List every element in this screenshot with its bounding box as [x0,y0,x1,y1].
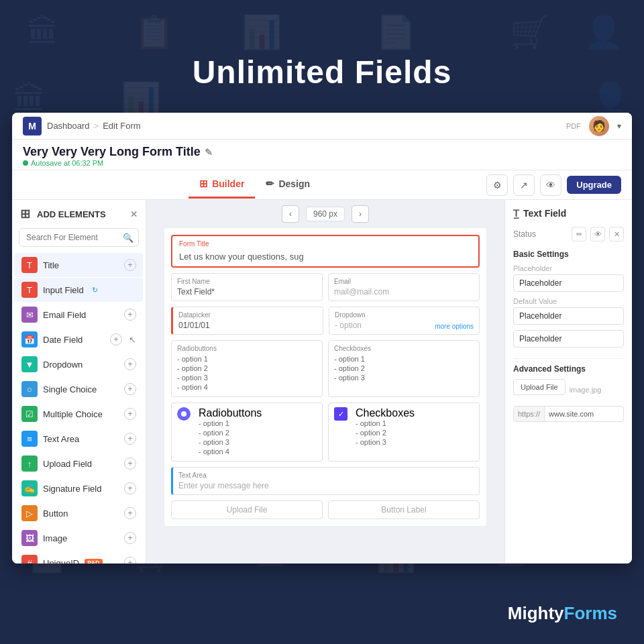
sidebar-item-title[interactable]: T Title + [15,253,143,277]
sidebar-item-date[interactable]: 📅 Date Field + ↖ [15,327,143,352]
x-status-btn[interactable]: ✕ [609,227,624,241]
canvas-button-field[interactable]: Button Label [328,500,480,519]
canvas-form-title-field[interactable]: Form Title [171,235,480,268]
upload-add-btn[interactable]: + [124,458,136,470]
radio1-opt2: - option 2 [177,364,317,372]
panel-upload-btn[interactable]: Upload File [513,379,566,395]
logo-m: M [508,603,523,624]
eye-status-btn[interactable]: 👁 [590,227,605,241]
canvas-first-name-field[interactable]: First Name Text Field* [171,273,323,301]
dropdown-icon: ▼ [21,356,38,372]
sidebar-item-email[interactable]: ✉ Email Field + [15,303,143,327]
textarea-value: Enter your message here [178,481,474,490]
bg-icon-2: 📋 [134,13,174,51]
breadcrumb-current[interactable]: Edit Form [103,121,140,131]
panel-title: T̲ Text Field [513,208,624,219]
logo-ighty: ighty [522,603,564,624]
search-icon: 🔍 [123,233,133,243]
radio2-label: Radiobuttons [199,407,317,419]
dropdown-more-options[interactable]: more options [435,323,474,330]
canvas-upload-field[interactable]: Upload File [171,500,323,519]
canvas-radio-field-2[interactable]: Radiobuttons - option 1 - option 2 - opt… [171,402,323,462]
date-add-btn[interactable]: + [110,333,122,345]
panel-status-row: Status ✏ 👁 ✕ [513,227,624,241]
panel-divider [513,358,624,359]
url-value: www.site.com [545,407,598,421]
tab-design[interactable]: ✏ Design [255,171,321,199]
nav-chevron-icon[interactable]: ▾ [617,121,621,131]
canvas-check-field-1[interactable]: Checkboxes - option 1 - option 2 - optio… [328,340,480,397]
uniqueid-add-btn[interactable]: + [124,557,136,564]
dropdown-label: Dropdown [43,360,83,370]
title-add-btn[interactable]: + [124,259,136,271]
sidebar-item-upload[interactable]: ↑ Upload Field + [15,451,143,476]
check2-opt3: - option 3 [356,438,474,446]
share-button[interactable]: ↗ [513,174,535,196]
uniqueid-label: UniqueID [43,558,79,564]
check2-opt1: - option 1 [356,419,474,427]
button-icon: ▷ [21,505,38,521]
main-layout: ⊞ ADD ELEMENTS ✕ 🔍 T Title + T Input Fie… [12,200,632,564]
date-icon: 📅 [21,331,38,347]
nav-bar: M Dashboard > Edit Form PDF 🧑 ▾ [12,113,632,140]
upgrade-button[interactable]: Upgrade [567,176,621,194]
settings-button[interactable]: ⚙ [486,174,508,196]
canvas-dropdown-field[interactable]: Dropdown - option more options [329,307,480,335]
sidebar-search[interactable]: 🔍 [19,228,139,247]
close-icon[interactable]: ✕ [130,209,138,219]
edit-status-btn[interactable]: ✏ [572,227,586,241]
sidebar-item-single-choice[interactable]: ○ Single Choice + [15,377,143,401]
placeholder-input[interactable] [513,274,624,292]
search-input[interactable] [19,228,139,247]
email-label: Email Field [43,310,86,320]
radio2-opt1: - option 1 [199,419,317,427]
breadcrumb-home[interactable]: Dashboard [47,121,90,131]
radio1-label: Radiobuttons [177,345,317,352]
radio1-opt4: - option 4 [177,383,317,391]
canvas-bottom-row: Upload File Button Label [171,500,480,519]
autosave-text: Autosave at 06:32 PM [31,159,103,167]
datepicker-value: 01/01/01 [178,321,317,330]
upload-icon: ↑ [21,455,38,472]
sidebar-item-multiple-choice[interactable]: ☑ Multiple Choice + [15,402,143,426]
canvas-check-field-2[interactable]: ✓ Checkboxes - option 1 - option 2 - opt… [328,402,480,462]
upload-field-value: Upload File [177,505,317,515]
single-choice-label: Single Choice [43,384,97,394]
form-title-field-label: Form Title [179,240,472,248]
dropdown-add-btn[interactable]: + [124,358,136,370]
button-add-btn[interactable]: + [124,507,136,519]
dropdown-field-label: Dropdown [335,311,474,319]
canvas-datepicker-field[interactable]: Datapicker 01/01/01 [171,307,323,335]
tab-builder[interactable]: ⊞ Builder [189,171,255,199]
panel-url-row[interactable]: https:// www.site.com [513,406,624,422]
avatar[interactable]: 🧑 [589,116,609,136]
design-tab-icon: ✏ [266,178,274,190]
canvas-textarea-field[interactable]: Text Area Enter your message here [171,467,480,495]
sidebar-item-input-field[interactable]: T Input Field ↻ [15,278,143,302]
signature-field-add-btn[interactable]: + [124,482,136,494]
text-area-add-btn[interactable]: + [124,433,136,445]
image-add-btn[interactable]: + [124,532,136,544]
sidebar-item-signature-field[interactable]: ✍ Signature Field + [15,476,143,500]
sidebar-item-image[interactable]: 🖼 Image + [15,526,143,550]
radio-selector-icon [177,407,191,421]
preview-button[interactable]: 👁 [540,174,561,196]
canvas-radio-field-1[interactable]: Radiobuttons - option 1 - option 2 - opt… [171,340,323,397]
default-value-input-2[interactable] [513,330,624,347]
canvas-email-field[interactable]: Email mail@mail.com [328,273,480,301]
upload-label: Upload Field [43,459,92,469]
app-window: M Dashboard > Edit Form PDF 🧑 ▾ Very Ver… [12,113,632,564]
edit-title-icon[interactable]: ✎ [205,147,213,158]
form-title-input[interactable] [179,252,472,262]
sidebar-item-button[interactable]: ▷ Button + [15,501,143,525]
sidebar-item-uniqueid[interactable]: # UniqueID PAD + [15,551,143,564]
canvas-next-btn[interactable]: › [352,205,369,223]
single-choice-add-btn[interactable]: + [124,383,136,395]
default-value-input[interactable] [513,307,624,325]
sidebar-item-text-area[interactable]: ≡ Text Area + [15,427,143,451]
canvas-prev-btn[interactable]: ‹ [282,205,299,223]
email-add-btn[interactable]: + [124,309,136,321]
sidebar-item-dropdown[interactable]: ▼ Dropdown + [15,352,143,376]
multiple-choice-add-btn[interactable]: + [124,408,136,420]
input-field-refresh-icon: ↻ [92,286,98,294]
